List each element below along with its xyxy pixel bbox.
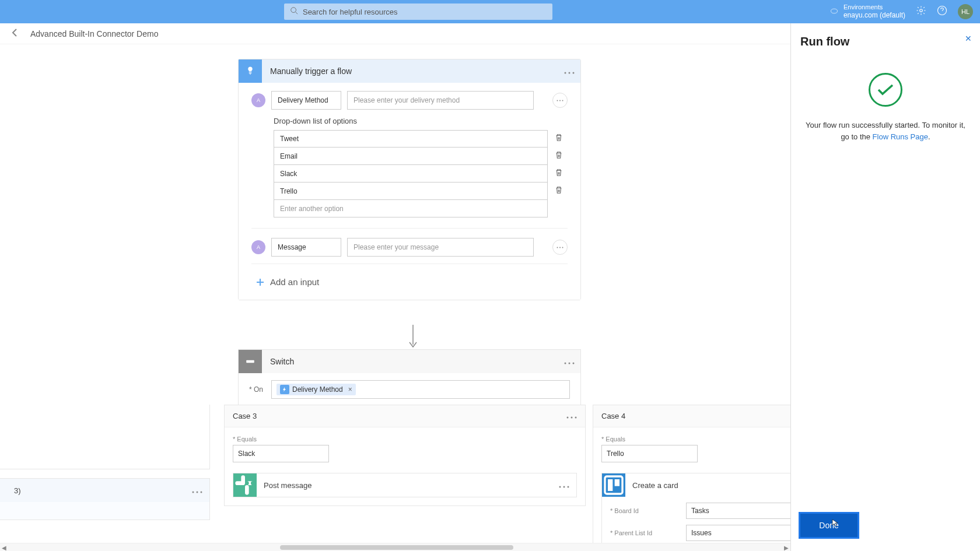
environment-picker[interactable]: Environments enayu.com (default) [830,3,905,20]
user-avatar[interactable]: HL [958,4,973,19]
search-input[interactable] [303,8,547,16]
param-type-icon: A [251,240,265,254]
close-icon[interactable]: ✕ [965,34,972,43]
case2-action-card[interactable]: 3) [0,478,210,520]
delete-icon[interactable] [555,186,563,196]
svg-point-18 [565,363,566,364]
case4-title: Case 4 [601,412,625,420]
help-icon[interactable] [937,5,947,18]
param-placeholder-input[interactable]: Please enter your message [347,238,534,257]
svg-point-28 [564,486,565,488]
svg-point-8 [559,100,561,101]
svg-point-29 [568,486,569,488]
horizontal-scrollbar[interactable]: ◀ ▶ [0,543,790,551]
switch-header[interactable]: Switch [239,350,580,373]
dropdown-list-label: Drop-down list of options [274,117,568,125]
token-label: Delivery Method [292,385,343,394]
switch-menu-icon[interactable] [564,356,575,367]
svg-point-20 [573,363,575,364]
option-input[interactable]: Email [274,148,548,165]
environment-label: Environments [844,3,905,11]
slack-action-card[interactable]: Post message [233,473,577,497]
connector-arrow-icon[interactable] [407,325,419,349]
delete-icon[interactable] [555,151,563,162]
svg-point-11 [559,247,561,248]
success-check-icon [869,73,902,107]
scroll-left-icon[interactable]: ◀ [0,543,8,551]
trigger-title: Manually trigger a flow [262,66,564,76]
option-input[interactable]: Trello [274,183,548,200]
svg-point-7 [557,100,558,101]
svg-point-21 [192,492,194,493]
svg-point-25 [571,417,573,419]
svg-point-24 [567,417,569,419]
run-flow-panel: Run flow ✕ Your flow run successfully st… [790,23,980,551]
param-delivery-method: A Delivery Method Please enter your deli… [251,91,568,110]
param-menu-icon[interactable] [552,240,568,255]
trigger-icon [239,59,262,83]
search-box[interactable] [284,3,552,20]
action-menu-icon[interactable] [559,480,569,490]
svg-point-10 [557,247,558,248]
switch-on-label: * On [249,385,263,394]
case4-equals-input[interactable]: Trello [601,445,698,462]
add-input-label: Add an input [270,277,319,287]
svg-rect-34 [608,479,612,491]
param-menu-icon[interactable] [552,93,568,108]
trello-icon [602,473,625,497]
svg-rect-16 [250,361,251,362]
settings-icon[interactable] [916,5,926,18]
case3-equals-label: * Equals [233,436,577,443]
svg-rect-33 [605,476,622,494]
option-input-new[interactable]: Enter another option [274,200,548,217]
case3-equals-input[interactable]: Slack [233,445,329,462]
svg-point-2 [920,9,923,12]
param-name-input[interactable]: Message [271,238,341,257]
svg-point-12 [562,247,564,248]
svg-point-9 [562,100,564,101]
slack-icon [233,473,257,497]
switch-on-input[interactable]: Delivery Method × [271,380,570,399]
option-row: Email [274,148,563,165]
dynamic-content-token[interactable]: Delivery Method × [276,384,356,395]
flow-runs-link[interactable]: Flow Runs Page [873,132,928,141]
token-remove-icon[interactable]: × [348,385,352,394]
trigger-menu-icon[interactable] [564,66,575,76]
svg-point-26 [575,417,577,419]
case2-action-title: 3) [7,486,21,495]
token-icon [280,385,289,394]
option-input[interactable]: Tweet [274,130,548,148]
environment-icon [830,6,839,17]
delete-icon[interactable] [555,134,563,144]
top-bar: Environments enayu.com (default) HL [0,0,980,23]
trigger-header[interactable]: Manually trigger a flow [239,59,580,83]
done-button[interactable]: Done [800,514,858,537]
panel-title: Run flow [800,35,971,48]
scroll-thumb[interactable] [280,545,513,550]
add-input-button[interactable]: Add an input [251,273,568,297]
param-message: A Message Please enter your message [251,238,568,257]
case-menu-icon[interactable] [566,412,577,420]
svg-point-5 [569,72,570,74]
action-menu-icon[interactable] [192,485,202,496]
svg-line-1 [296,12,298,15]
param-placeholder-input[interactable]: Please enter your delivery method [347,91,534,110]
svg-rect-35 [615,479,620,486]
case3-title: Case 3 [233,412,257,420]
flow-title: Advanced Built-In Connector Demo [30,29,158,38]
case-card-2-partial[interactable] [0,405,210,469]
trello-action-title: Create a card [625,481,678,490]
board-id-label: * Board Id [610,507,686,514]
case-card-3[interactable]: Case 3 * Equals Slack Post message [224,405,586,506]
svg-point-4 [565,72,566,74]
svg-point-19 [569,363,570,364]
option-row: Trello [274,183,563,200]
option-input[interactable]: Slack [274,165,548,183]
param-name-input[interactable]: Delivery Method [271,91,341,110]
parent-list-label: * Parent List Id [610,529,686,536]
scroll-right-icon[interactable]: ▶ [782,543,790,551]
delete-icon[interactable] [555,169,563,179]
switch-card[interactable]: Switch * On Delivery Method × [238,349,581,406]
back-arrow-icon[interactable] [10,28,20,40]
trigger-card[interactable]: Manually trigger a flow A Delivery Metho… [238,59,581,300]
